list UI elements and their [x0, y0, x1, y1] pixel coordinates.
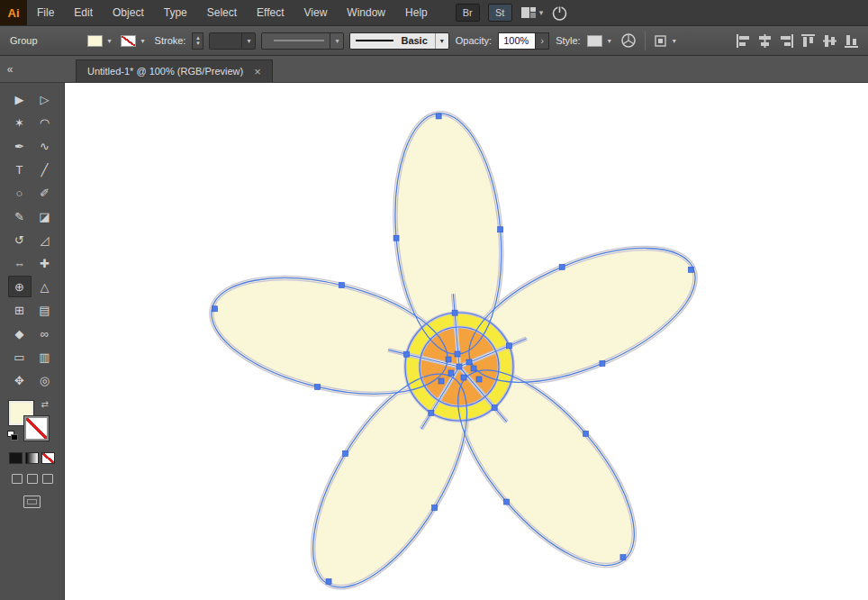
tool-free-transform-tool[interactable]: ✚: [33, 252, 57, 274]
tool-artboard-tool[interactable]: ▭: [8, 346, 32, 368]
draw-behind-icon[interactable]: [27, 474, 38, 484]
anchor-point[interactable]: [343, 450, 348, 456]
menu-effect[interactable]: Effect: [247, 0, 294, 25]
tool-rotate-tool[interactable]: ↺: [8, 229, 32, 250]
collapse-panels-icon[interactable]: «: [0, 56, 20, 82]
fill-color-dropdown[interactable]: ▾: [87, 35, 115, 47]
anchor-point[interactable]: [326, 578, 331, 584]
tool-eyedropper-tool[interactable]: ◆: [8, 323, 32, 344]
anchor-point[interactable]: [600, 360, 605, 366]
menu-type[interactable]: Type: [154, 0, 197, 25]
anchor-point[interactable]: [315, 384, 321, 389]
anchor-point[interactable]: [457, 364, 462, 369]
tool-zoom-tool[interactable]: ◎: [33, 369, 57, 391]
anchor-point[interactable]: [583, 431, 588, 436]
anchor-point[interactable]: [393, 235, 399, 241]
tool-line-segment-tool[interactable]: ╱: [33, 159, 57, 180]
align-vertical-center-icon[interactable]: [822, 33, 837, 49]
stroke-color-dropdown[interactable]: ▾: [121, 35, 149, 47]
anchor-point[interactable]: [404, 351, 410, 357]
power-icon[interactable]: [551, 5, 568, 22]
tool-width-tool[interactable]: ⇔: [8, 252, 32, 274]
anchor-point[interactable]: [429, 410, 434, 415]
bridge-button[interactable]: Br: [456, 4, 480, 22]
anchor-point[interactable]: [492, 405, 497, 410]
menu-view[interactable]: View: [294, 0, 338, 25]
width-profile-dropdown[interactable]: ▾: [261, 32, 344, 50]
align-bottom-icon[interactable]: [844, 33, 859, 49]
tool-gradient-tool[interactable]: ▤: [33, 299, 57, 321]
menu-edit[interactable]: Edit: [64, 0, 103, 25]
tool-type-tool[interactable]: T: [8, 159, 32, 180]
tool-pencil-tool[interactable]: ✎: [8, 205, 32, 227]
align-right-icon[interactable]: [779, 33, 794, 49]
tool-scale-tool[interactable]: ◿: [33, 229, 57, 250]
tool-paintbrush-tool[interactable]: ✐: [33, 182, 57, 204]
tool-shape-builder-tool[interactable]: ⊕: [8, 276, 32, 297]
anchor-point[interactable]: [461, 375, 466, 380]
illustrator-logo[interactable]: Ai: [0, 0, 27, 25]
tool-pen-tool[interactable]: ✒: [8, 135, 32, 157]
anchor-point[interactable]: [432, 505, 438, 511]
recolor-artwork-icon[interactable]: [620, 32, 637, 49]
gradient-mode-button[interactable]: [25, 452, 39, 464]
menu-window[interactable]: Window: [337, 0, 395, 25]
swap-fill-stroke-icon[interactable]: ⇄: [41, 399, 49, 409]
tool-lasso-tool[interactable]: ◠: [33, 112, 57, 133]
opacity-field[interactable]: 100%: [498, 32, 536, 50]
anchor-point[interactable]: [448, 370, 454, 376]
menu-object[interactable]: Object: [103, 0, 154, 25]
anchor-point[interactable]: [471, 366, 476, 371]
none-mode-button[interactable]: [41, 452, 55, 464]
transform-menu-button[interactable]: ▾: [654, 34, 680, 48]
style-dropdown[interactable]: ▾: [587, 35, 615, 47]
anchor-point[interactable]: [339, 283, 344, 288]
draw-inside-icon[interactable]: [42, 474, 53, 484]
align-top-icon[interactable]: [800, 33, 816, 49]
workspace-switcher[interactable]: ▾: [520, 5, 544, 20]
anchor-point[interactable]: [466, 359, 472, 365]
anchor-point[interactable]: [620, 555, 626, 560]
tool-selection-tool[interactable]: ▶: [8, 88, 32, 110]
tab-close-icon[interactable]: ×: [254, 66, 261, 77]
default-fill-stroke-icon[interactable]: [7, 431, 19, 441]
canvas[interactable]: [65, 83, 868, 600]
anchor-point[interactable]: [436, 114, 441, 119]
draw-normal-icon[interactable]: [12, 474, 23, 484]
tool-perspective-grid-tool[interactable]: △: [33, 276, 57, 297]
tool-eraser-tool[interactable]: ◪: [33, 205, 57, 227]
tool-hand-tool[interactable]: ✥: [8, 369, 32, 391]
tool-curvature-tool[interactable]: ∿: [33, 135, 57, 157]
anchor-point[interactable]: [212, 306, 217, 312]
align-left-icon[interactable]: [736, 33, 751, 49]
anchor-point[interactable]: [439, 378, 444, 384]
anchor-point[interactable]: [506, 343, 511, 349]
screen-mode-button[interactable]: [23, 495, 41, 508]
stroke-color-swatch[interactable]: [24, 416, 49, 441]
document-tab[interactable]: Untitled-1* @ 100% (RGB/Preview) ×: [76, 59, 273, 82]
anchor-point[interactable]: [559, 264, 565, 269]
anchor-point[interactable]: [455, 351, 460, 357]
brush-definition-combo[interactable]: Basic ▾: [349, 32, 448, 50]
anchor-point[interactable]: [452, 310, 457, 315]
color-mode-button[interactable]: [9, 452, 23, 464]
menu-help[interactable]: Help: [395, 0, 438, 25]
menu-file[interactable]: File: [27, 0, 64, 25]
stroke-weight-stepper[interactable]: ▲▼: [192, 32, 203, 50]
tool-blend-tool[interactable]: ∞: [33, 323, 57, 344]
tool-column-graph-tool[interactable]: ▥: [33, 346, 57, 368]
opacity-dropdown-arrow[interactable]: ›: [536, 32, 549, 50]
tool-direct-selection-tool[interactable]: ▷: [33, 88, 57, 110]
tool-mesh-tool[interactable]: ⊞: [8, 299, 32, 321]
anchor-point[interactable]: [476, 377, 482, 382]
align-horizontal-center-icon[interactable]: [757, 33, 773, 49]
tool-magic-wand-tool[interactable]: ✶: [8, 112, 32, 133]
anchor-point[interactable]: [446, 357, 451, 362]
tool-ellipse-tool[interactable]: ○: [8, 182, 32, 204]
anchor-point[interactable]: [504, 499, 510, 505]
stock-button[interactable]: St: [488, 4, 512, 22]
stroke-weight-combo[interactable]: ▾: [209, 32, 256, 50]
anchor-point[interactable]: [688, 267, 693, 272]
menu-select[interactable]: Select: [197, 0, 247, 25]
anchor-point[interactable]: [498, 227, 503, 232]
